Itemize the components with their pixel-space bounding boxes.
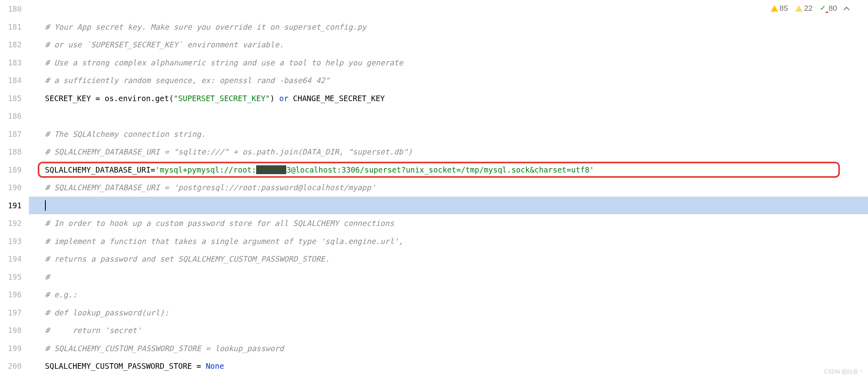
line-number: 200 (0, 357, 22, 375)
code-line[interactable] (29, 375, 868, 378)
line-number: 184 (0, 71, 22, 89)
code-line[interactable]: # return 'secret' (29, 321, 868, 339)
warning-strong-count: 85 (780, 4, 788, 13)
code-line[interactable]: # or use `SUPERSET_SECRET_KEY` environme… (29, 36, 868, 54)
warning-icon (771, 5, 778, 12)
line-number: 190 (0, 179, 22, 197)
weak-warning-icon (795, 5, 803, 12)
watermark: CSDN @白辰丶 (824, 368, 864, 376)
comment-text: # return 'secret' (45, 326, 141, 335)
code-line[interactable]: SECRET_KEY = os.environ.get("SUPERSET_SE… (29, 89, 868, 108)
comment-text: # def lookup_password(url): (45, 308, 169, 317)
line-number-gutter: 1801811821831841851861871881891901911921… (0, 0, 29, 378)
code-line[interactable]: # Use a strong complex alphanumeric stri… (29, 54, 868, 72)
code-line[interactable]: # def lookup_password(url): (29, 304, 868, 322)
code-token: None (206, 362, 224, 370)
code-line[interactable]: # The SQLAlchemy connection string. (29, 125, 868, 143)
code-line[interactable]: # SQLALCHEMY_DATABASE_URI = "sqlite:///"… (29, 143, 868, 161)
comment-text: # (45, 272, 49, 281)
warning-weak-indicator[interactable]: 22 (795, 4, 813, 13)
code-token: = (151, 165, 155, 174)
code-line[interactable] (29, 197, 868, 215)
code-line[interactable]: SQLALCHEMY_CUSTOM_PASSWORD_STORE = None (29, 357, 868, 375)
comment-text: # returns a password and set SQLALCHEMY_… (45, 254, 330, 263)
code-token: 3@localhost:3306/superset?unix_socket=/t… (286, 165, 594, 174)
code-line[interactable] (29, 107, 868, 125)
code-token: SQLALCHEMY_DATABASE_URI (45, 165, 151, 174)
warning-strong-indicator[interactable]: 85 (771, 4, 788, 13)
code-line[interactable]: # In order to hook up a custom password … (29, 214, 868, 232)
comment-text: # e.g.: (45, 290, 77, 299)
typo-count: 80 (829, 4, 837, 13)
line-number: 188 (0, 143, 22, 161)
code-token: SECRET_KEY (45, 94, 96, 103)
typo-check-icon (820, 5, 827, 12)
code-line[interactable] (29, 0, 868, 18)
inspections-widget[interactable]: 85 22 80 (771, 4, 849, 13)
line-number: 196 (0, 286, 22, 304)
code-token: = (96, 94, 105, 103)
code-line[interactable]: # SQLALCHEMY_DATABASE_URI = 'postgresql:… (29, 179, 868, 197)
code-line[interactable]: # e.g.: (29, 286, 868, 304)
line-number: 192 (0, 214, 22, 232)
line-number: 187 (0, 125, 22, 143)
line-number: 186 (0, 107, 22, 125)
code-token: or (279, 94, 288, 103)
code-token: "SUPERSET_SECRET_KEY" (173, 94, 270, 103)
warning-weak-count: 22 (804, 4, 813, 13)
line-number: 181 (0, 18, 22, 36)
line-number: 191 (0, 197, 22, 215)
comment-text: # SQLALCHEMY_DATABASE_URI = "sqlite:///"… (45, 147, 412, 156)
line-number: 197 (0, 304, 22, 322)
comment-text: # SQLALCHEMY_DATABASE_URI = 'postgresql:… (45, 183, 376, 192)
code-token: CHANGE_ME_SECRET_KEY (288, 94, 385, 103)
text-caret (45, 200, 46, 211)
code-token: 'mysql+pymysql://root: (155, 165, 257, 174)
code-token: SQLALCHEMY_CUSTOM_PASSWORD_STORE = (45, 362, 206, 370)
line-number: 201 (0, 375, 22, 378)
code-line[interactable]: # returns a password and set SQLALCHEMY_… (29, 250, 868, 268)
typo-indicator[interactable]: 80 (820, 4, 837, 13)
code-line[interactable]: # Your App secret key. Make sure you ove… (29, 18, 868, 36)
comment-text: # a sufficiently random sequence, ex: op… (45, 76, 330, 85)
comment-text: # or use `SUPERSET_SECRET_KEY` environme… (45, 40, 284, 49)
line-number: 195 (0, 268, 22, 286)
line-number: 182 (0, 36, 22, 54)
comment-text: # The SQLAlchemy connection string. (45, 130, 206, 138)
code-line[interactable]: # SQLALCHEMY_CUSTOM_PASSWORD_STORE = loo… (29, 339, 868, 358)
chevron-up-icon[interactable] (844, 6, 850, 13)
line-number: 199 (0, 339, 22, 358)
line-number: 183 (0, 54, 22, 72)
line-number: 180 (0, 0, 22, 18)
line-number: 194 (0, 250, 22, 268)
code-line[interactable]: SQLALCHEMY_DATABASE_URI='mysql+pymysql:/… (29, 161, 868, 179)
code-line[interactable]: # a sufficiently random sequence, ex: op… (29, 71, 868, 89)
line-number: 193 (0, 232, 22, 250)
line-number: 189 (0, 161, 22, 179)
comment-text: # SQLALCHEMY_CUSTOM_PASSWORD_STORE = loo… (45, 344, 284, 353)
code-area[interactable]: # Your App secret key. Make sure you ove… (29, 0, 868, 378)
code-token: os.environ.get( (105, 94, 174, 103)
line-number: 185 (0, 89, 22, 108)
comment-text: # implement a function that takes a sing… (45, 237, 403, 246)
comment-text: # Your App secret key. Make sure you ove… (45, 22, 367, 31)
comment-text: # In order to hook up a custom password … (45, 219, 394, 228)
comment-text: # Use a strong complex alphanumeric stri… (45, 58, 403, 67)
code-line[interactable]: # implement a function that takes a sing… (29, 232, 868, 250)
code-token: ) (270, 94, 279, 103)
code-line[interactable]: # (29, 268, 868, 286)
line-number: 198 (0, 321, 22, 339)
redacted-password (256, 165, 286, 174)
code-editor[interactable]: 1801811821831841851861871881891901911921… (0, 0, 868, 378)
